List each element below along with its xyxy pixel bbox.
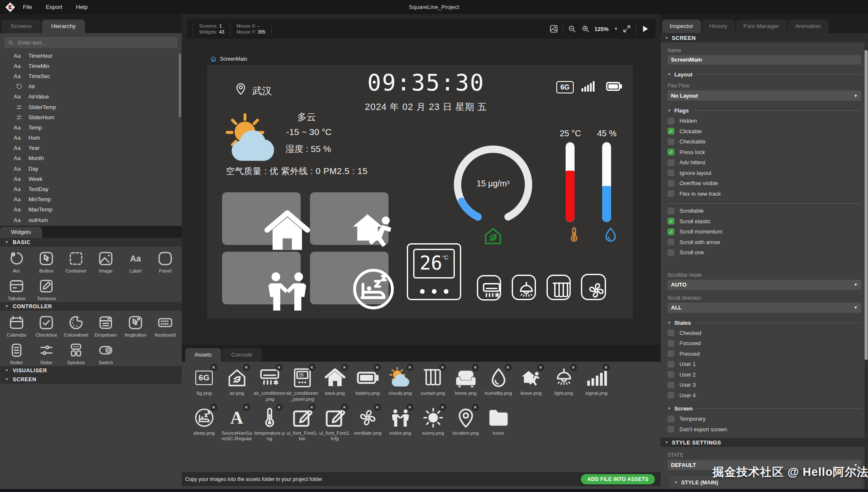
widget-item[interactable]: Colorwheel	[61, 314, 91, 337]
weather-condition[interactable]: 多云	[281, 111, 332, 124]
asset-item[interactable]: ✕ curtain.png	[417, 367, 449, 402]
asset-item[interactable]: ✕ temperature.png	[253, 407, 286, 442]
checkbox[interactable]	[668, 159, 674, 166]
remove-asset-icon[interactable]: ✕	[537, 364, 544, 371]
hierarchy-search[interactable]	[4, 37, 178, 48]
asset-item[interactable]: ✕ visitor.png	[384, 407, 417, 442]
remove-asset-icon[interactable]: ✕	[341, 364, 348, 371]
hierarchy-item[interactable]: Aa TimeMin	[0, 61, 182, 71]
cloudy-weather-icon[interactable]	[223, 111, 283, 169]
scene-visitor-button[interactable]	[222, 252, 301, 304]
pm25-value[interactable]: 15 μg/m³	[450, 179, 536, 188]
background-image-icon[interactable]	[549, 24, 558, 34]
flag-row[interactable]: Scroll momentum	[668, 228, 861, 235]
remove-asset-icon[interactable]: ✕	[439, 404, 446, 411]
battery-icon[interactable]	[601, 78, 627, 95]
chevron-down-icon[interactable]: ▼	[614, 27, 618, 31]
flag-row[interactable]: Clickable	[668, 128, 861, 135]
hierarchy-item[interactable]: Air	[0, 82, 182, 92]
screen-name-field[interactable]: ScreenMain	[668, 55, 861, 65]
style-settings-header[interactable]: ▼STYLE SETTINGS	[661, 438, 868, 447]
asset-item[interactable]: ✕ battery.png	[351, 367, 384, 402]
asset-item[interactable]: A ✕ SourceHanSansSC-Regular	[220, 407, 253, 442]
hierarchy-item[interactable]: SliderTemp	[0, 102, 182, 112]
flag-row[interactable]: Overflow visible	[668, 180, 861, 187]
light-button[interactable]	[512, 275, 536, 300]
checkbox[interactable]	[668, 118, 674, 124]
checkbox[interactable]	[668, 416, 674, 422]
menu-help[interactable]: Help	[69, 4, 95, 10]
scene-home-button[interactable]	[222, 192, 301, 245]
asset-item[interactable]: ✕ humidity.png	[482, 367, 515, 402]
screen-breadcrumb[interactable]: ScreenMain	[210, 55, 247, 62]
air-conditioner-button[interactable]	[477, 275, 501, 301]
section-controller[interactable]: ▼CONTROLLER	[0, 302, 182, 311]
asset-item[interactable]: ✕ light.png	[547, 367, 580, 402]
screen-group-subheader[interactable]: ▼Screen	[668, 405, 861, 412]
tab-console[interactable]: Console	[222, 348, 262, 362]
hierarchy-item[interactable]: Aa AirValue	[0, 92, 182, 102]
tab-hierarchy[interactable]: Hierarchy	[42, 20, 85, 33]
checkbox[interactable]	[668, 138, 674, 145]
checkbox[interactable]	[668, 361, 674, 368]
section-visualiser[interactable]: ▼VISUALISER	[0, 366, 182, 375]
checkbox[interactable]	[668, 128, 674, 135]
widget-item[interactable]: Keyboard	[150, 314, 180, 337]
scrollbar-mode-dropdown[interactable]: AUTO▼	[668, 280, 861, 290]
asset-item[interactable]: ✕ ui_font_Font1.bin	[286, 407, 318, 442]
widget-item[interactable]: Roller	[2, 342, 31, 365]
asset-item[interactable]: ✕ ventilate.png	[351, 407, 384, 442]
flag-row[interactable]: Focused	[668, 340, 861, 347]
widget-item[interactable]: Arc	[2, 250, 31, 273]
checkbox[interactable]	[668, 190, 674, 197]
widget-item[interactable]: Slider	[31, 342, 61, 365]
hierarchy-item[interactable]: Aa Temp	[0, 122, 182, 132]
remove-asset-icon[interactable]: ✕	[439, 364, 446, 371]
hierarchy-item[interactable]: Aa Week	[0, 174, 182, 184]
curtain-button[interactable]	[547, 275, 571, 300]
asset-item[interactable]: ✕ signal.png	[580, 367, 613, 402]
air-quality-house-icon[interactable]	[482, 225, 504, 247]
remove-asset-icon[interactable]: ✕	[374, 404, 381, 411]
air-quality-line[interactable]: 空气质量 : 优 紫外线 : 0 PM2.5 : 15	[226, 165, 368, 177]
widget-item[interactable]: Container	[61, 250, 91, 273]
remove-asset-icon[interactable]: ✕	[276, 364, 283, 371]
tab-inspector[interactable]: Inspector	[662, 20, 701, 33]
network-badge[interactable]: 6G	[556, 81, 574, 93]
remove-asset-icon[interactable]: ✕	[472, 364, 479, 371]
asset-item[interactable]: ✕ location.png	[449, 407, 482, 442]
checkbox[interactable]	[668, 208, 674, 214]
date-label[interactable]: 2024 年 02 月 23 日 星期 五	[335, 101, 517, 113]
scrollbar-thumb[interactable]	[865, 50, 868, 360]
asset-item[interactable]: ✕ icons	[482, 407, 515, 442]
hierarchy-item[interactable]: Aa TextDay	[0, 184, 182, 194]
flag-row[interactable]: Press lock	[668, 149, 861, 155]
zoom-in-icon[interactable]	[581, 24, 590, 34]
tab-font-manager[interactable]: Font Manager	[736, 20, 787, 33]
section-screen[interactable]: ▼SCREEN	[0, 375, 182, 384]
checkbox[interactable]	[668, 249, 674, 256]
remove-asset-icon[interactable]: ✕	[406, 364, 414, 371]
hierarchy-item[interactable]: SliderHum	[0, 112, 182, 122]
remove-asset-icon[interactable]: ✕	[210, 364, 217, 371]
asset-item[interactable]: ✕ leave.png	[515, 367, 547, 402]
widget-item[interactable]: Button	[31, 250, 61, 273]
flag-row[interactable]: Don't export screen	[668, 426, 861, 433]
section-basic[interactable]: ▼BASIC	[0, 238, 182, 247]
flag-row[interactable]: Hidden	[668, 118, 861, 124]
city-label[interactable]: 武汉	[252, 84, 272, 98]
checkbox[interactable]	[668, 169, 674, 176]
menu-file[interactable]: File	[16, 4, 39, 10]
temperature-slider[interactable]	[566, 142, 575, 222]
flex-flow-dropdown[interactable]: No Layout▼	[668, 90, 861, 101]
hierarchy-item[interactable]: Aa outHum	[0, 215, 182, 225]
widget-item[interactable]: Textarea	[31, 278, 61, 301]
asset-item[interactable]: ✕ cloudy.png	[384, 367, 417, 402]
flag-row[interactable]: User 1	[668, 361, 861, 368]
hierarchy-item[interactable]: Aa MaxTemp	[0, 205, 182, 215]
asset-item[interactable]: ✕ air_conditioner.png	[253, 367, 286, 402]
widget-item[interactable]: Calendar	[2, 314, 31, 337]
remove-asset-icon[interactable]: ✕	[243, 364, 250, 371]
remove-asset-icon[interactable]: ✕	[243, 404, 250, 411]
remove-asset-icon[interactable]: ✕	[472, 404, 479, 411]
